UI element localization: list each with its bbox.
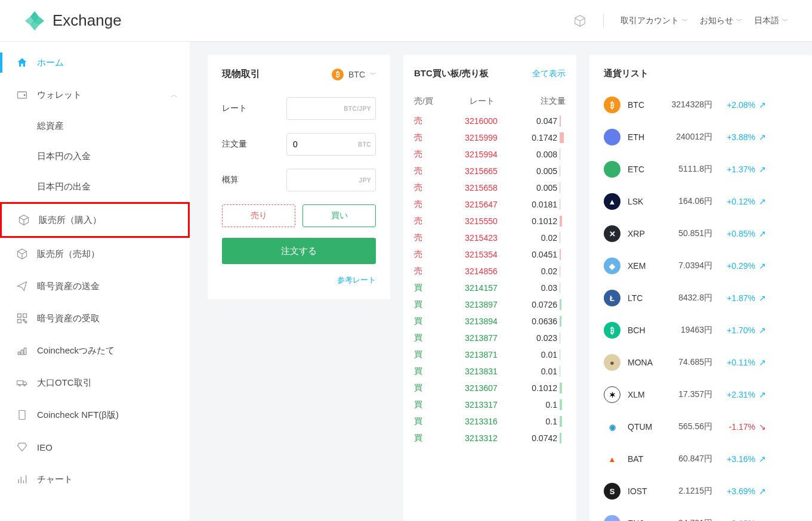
ob-side: 売 bbox=[414, 199, 447, 210]
currency-row-enj[interactable]: ●ENJ94.791円+2.12%↗ bbox=[603, 507, 812, 521]
ob-rate: 3215999 bbox=[447, 133, 515, 142]
orderbook-row[interactable]: 売32156580.005 bbox=[414, 179, 566, 196]
nav-notice[interactable]: お知らせ﹀ bbox=[700, 15, 742, 26]
currency-row-mona[interactable]: ●MONA74.685円+0.11%↗ bbox=[603, 346, 812, 379]
ob-rate: 3215994 bbox=[447, 150, 515, 159]
coin-symbol: LSK bbox=[628, 197, 661, 206]
orderbook-row[interactable]: 売32156470.0181 bbox=[414, 196, 566, 213]
currency-row-bch[interactable]: ₿BCH19463円+1.70%↗ bbox=[603, 314, 812, 346]
ob-bar bbox=[560, 182, 566, 193]
ob-side: 買 bbox=[414, 283, 447, 293]
sidebar-label: 販売所（購入） bbox=[39, 215, 101, 226]
sidebar-item-sell-store[interactable]: 販売所（売却） bbox=[0, 238, 190, 270]
ob-bar bbox=[560, 283, 566, 293]
orderbook-row[interactable]: 買32138310.01 bbox=[414, 363, 566, 380]
trend-arrow-icon: ↗ bbox=[755, 261, 766, 271]
currency-row-xem[interactable]: ◆XEM7.0394円+0.29%↗ bbox=[603, 250, 812, 282]
orderbook-row[interactable]: 売32148560.02 bbox=[414, 263, 566, 280]
orderbook-row[interactable]: 買32136070.1012 bbox=[414, 380, 566, 396]
sidebar-item-wallet[interactable]: ウォレット ︿ bbox=[0, 79, 190, 111]
orderbook-row[interactable]: 買32133160.1 bbox=[414, 413, 566, 430]
currency-select[interactable]: ₿ BTC ﹀ bbox=[332, 69, 376, 80]
buy-button[interactable]: 買い bbox=[302, 204, 376, 227]
currency-row-bat[interactable]: ▲BAT60.847円+3.16%↗ bbox=[603, 443, 812, 475]
orderbook-row[interactable]: 買32133170.1 bbox=[414, 396, 566, 413]
ob-qty: 0.008 bbox=[515, 150, 557, 159]
nav-account[interactable]: 取引アカウント﹀ bbox=[620, 15, 688, 26]
coin-change: +0.29% bbox=[712, 261, 755, 271]
ob-rate: 3215658 bbox=[447, 183, 515, 193]
sidebar-sub-withdraw-jpy[interactable]: 日本円の出金 bbox=[0, 172, 190, 202]
sidebar-item-nft[interactable]: Coincheck NFT(β版) bbox=[0, 399, 190, 431]
sidebar-item-tsumitate[interactable]: Coincheckつみたて bbox=[0, 334, 190, 367]
ob-bar bbox=[560, 399, 566, 410]
showall-link[interactable]: 全て表示 bbox=[532, 69, 566, 79]
nav-lang[interactable]: 日本語﹀ bbox=[754, 15, 788, 26]
ob-rate: 3216000 bbox=[447, 116, 515, 126]
orderbook-header: 売/買 レート 注文量 bbox=[414, 90, 566, 113]
orderbook-row[interactable]: 売32159990.1742 bbox=[414, 129, 566, 146]
sidebar-sub-deposit-jpy[interactable]: 日本円の入金 bbox=[0, 141, 190, 172]
sidebar-item-home[interactable]: ホーム bbox=[0, 46, 190, 79]
ob-bar bbox=[560, 132, 566, 143]
orderbook-row[interactable]: 買32138970.0726 bbox=[414, 296, 566, 313]
orderbook-row[interactable]: 売32159940.008 bbox=[414, 146, 566, 163]
orderbook-row[interactable]: 売32153540.0451 bbox=[414, 246, 566, 263]
orderbook-row[interactable]: 売32156650.005 bbox=[414, 163, 566, 179]
svg-rect-6 bbox=[18, 314, 21, 318]
coin-price: 3214328円 bbox=[661, 100, 712, 110]
orderbook-row[interactable]: 買32138770.023 bbox=[414, 330, 566, 346]
coin-symbol: ETC bbox=[628, 165, 661, 174]
coin-symbol: XEM bbox=[628, 261, 661, 271]
ref-rate-link[interactable]: 参考レート bbox=[222, 275, 376, 286]
ob-rate: 3213877 bbox=[447, 333, 515, 343]
currency-panel: 通貨リスト ₿BTC3214328円+2.08%↗♦ETH240012円+3.8… bbox=[589, 55, 812, 521]
orderbook-row[interactable]: 売32160000.047 bbox=[414, 113, 566, 129]
logo[interactable]: Exchange bbox=[24, 10, 122, 32]
currency-row-xrp[interactable]: ✕XRP50.851円+0.85%↗ bbox=[603, 218, 812, 250]
cube-icon[interactable] bbox=[573, 14, 586, 27]
ob-bar bbox=[560, 316, 566, 327]
orderbook-row[interactable]: 買32133120.0742 bbox=[414, 430, 566, 446]
ob-qty: 0.0181 bbox=[515, 200, 557, 209]
coin-icon: ♦ bbox=[604, 129, 620, 145]
currency-row-lsk[interactable]: ▲LSK164.06円+0.12%↗ bbox=[603, 185, 812, 218]
trend-arrow-icon: ↗ bbox=[755, 100, 766, 110]
currency-row-xlm[interactable]: ✶XLM17.357円+2.31%↗ bbox=[603, 379, 812, 411]
currency-row-iost[interactable]: SIOST2.1215円+3.69%↗ bbox=[603, 475, 812, 507]
sidebar-label: IEO bbox=[37, 442, 53, 452]
currency-row-ltc[interactable]: ŁLTC8432.8円+1.87%↗ bbox=[603, 282, 812, 314]
coin-change: +0.85% bbox=[712, 229, 755, 238]
orderbook-row[interactable]: 買32138940.0636 bbox=[414, 313, 566, 330]
ob-rate: 3215647 bbox=[447, 200, 515, 209]
coin-price: 74.685円 bbox=[661, 357, 712, 368]
sidebar-sub-total[interactable]: 総資産 bbox=[0, 111, 190, 141]
sidebar-item-buy-store[interactable]: 販売所（購入） bbox=[0, 202, 190, 238]
sidebar-item-ieo[interactable]: IEO bbox=[0, 431, 190, 463]
ob-rate: 3213312 bbox=[447, 433, 515, 443]
sidebar-item-otc[interactable]: 大口OTC取引 bbox=[0, 367, 190, 399]
orderbook-row[interactable]: 買32138710.01 bbox=[414, 346, 566, 363]
chevron-down-icon: ﹀ bbox=[736, 17, 742, 25]
sell-button[interactable]: 売り bbox=[222, 204, 295, 227]
orderbook-row[interactable]: 売32155500.1012 bbox=[414, 213, 566, 230]
orderbook-row[interactable]: 売32154230.02 bbox=[414, 230, 566, 246]
ob-qty: 0.1012 bbox=[515, 216, 557, 226]
trade-title: 現物取引 bbox=[222, 68, 260, 80]
trade-panel: 現物取引 ₿ BTC ﹀ レート BTC/JPY 注文量 BTC 概算 JPY bbox=[208, 55, 390, 299]
currency-row-btc[interactable]: ₿BTC3214328円+2.08%↗ bbox=[603, 89, 812, 121]
trend-arrow-icon: ↗ bbox=[755, 486, 766, 496]
order-button[interactable]: 注文する bbox=[222, 238, 376, 264]
svg-rect-9 bbox=[23, 320, 25, 321]
sidebar-item-receive-crypto[interactable]: 暗号資産の受取 bbox=[0, 302, 190, 334]
currency-row-etc[interactable]: ♦ETC5111.8円+1.37%↗ bbox=[603, 153, 812, 185]
ob-bar bbox=[560, 383, 566, 393]
currency-row-qtum[interactable]: ◉QTUM565.56円-1.17%↘ bbox=[603, 411, 812, 443]
svg-rect-13 bbox=[24, 348, 26, 355]
sidebar-item-send-crypto[interactable]: 暗号資産の送金 bbox=[0, 270, 190, 302]
svg-rect-14 bbox=[17, 381, 23, 385]
orderbook-row[interactable]: 買32141570.03 bbox=[414, 280, 566, 296]
coin-price: 17.357円 bbox=[661, 389, 712, 400]
currency-row-eth[interactable]: ♦ETH240012円+3.88%↗ bbox=[603, 121, 812, 153]
sidebar-item-chart[interactable]: チャート bbox=[0, 463, 190, 495]
